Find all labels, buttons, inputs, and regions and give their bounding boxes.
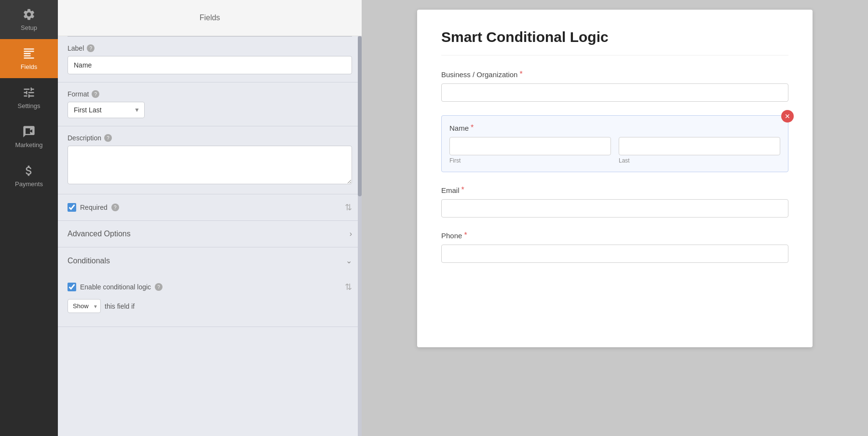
format-field-label: Format ? bbox=[68, 90, 352, 98]
sidebar-fields-label: Fields bbox=[21, 63, 38, 70]
advanced-options-section: Advanced Options › bbox=[58, 221, 362, 247]
advanced-options-chevron: › bbox=[350, 230, 352, 238]
sidebar-item-settings[interactable]: Settings bbox=[0, 78, 58, 117]
name-first-wrap: First bbox=[449, 137, 611, 164]
business-label: Business / Organization * bbox=[441, 70, 788, 79]
email-required-star: * bbox=[461, 186, 464, 194]
name-last-sublabel: Last bbox=[619, 157, 780, 164]
conditional-show-row: Show Hide ▼ this field if bbox=[68, 299, 352, 313]
fields-icon bbox=[22, 47, 36, 60]
phone-input[interactable] bbox=[441, 245, 788, 263]
description-field-label: Description ? bbox=[68, 134, 352, 142]
sidebar-setup-label: Setup bbox=[21, 24, 37, 31]
label-input[interactable] bbox=[68, 56, 352, 74]
conditionals-content: Enable conditional logic ? ⇅ Show Hide ▼… bbox=[58, 274, 362, 327]
required-row: Required ? ⇅ bbox=[68, 202, 352, 213]
required-sort-icon[interactable]: ⇅ bbox=[345, 202, 352, 213]
format-section: Format ? First Last Last First First Las… bbox=[58, 82, 362, 126]
required-section: Required ? ⇅ bbox=[58, 194, 362, 221]
business-required-star: * bbox=[519, 70, 522, 79]
advanced-options-header[interactable]: Advanced Options › bbox=[58, 221, 362, 247]
description-help-icon[interactable]: ? bbox=[104, 134, 112, 142]
conditionals-section: Conditionals ⌄ Enable conditional logic … bbox=[58, 247, 362, 327]
phone-required-star: * bbox=[464, 231, 467, 240]
required-checkbox[interactable] bbox=[68, 203, 76, 212]
name-delete-button[interactable]: ✕ bbox=[781, 110, 794, 123]
sidebar-item-setup[interactable]: Setup bbox=[0, 0, 58, 39]
name-label: Name * bbox=[449, 123, 780, 132]
enable-conditional-row: Enable conditional logic ? ⇅ bbox=[68, 282, 352, 292]
conditionals-chevron: ⌄ bbox=[346, 256, 352, 265]
format-help-icon[interactable]: ? bbox=[92, 90, 99, 98]
name-last-input[interactable] bbox=[619, 137, 780, 155]
sidebar-item-fields[interactable]: Fields bbox=[0, 39, 58, 78]
middle-scrollable[interactable]: Label ? Format ? First Last Last First F… bbox=[58, 36, 362, 436]
name-required-star: * bbox=[471, 123, 474, 132]
payments-icon bbox=[22, 164, 36, 177]
sidebar-item-payments[interactable]: Payments bbox=[0, 156, 58, 195]
description-textarea[interactable] bbox=[68, 146, 352, 184]
form-field-email: Email * bbox=[441, 186, 788, 218]
form-title: Smart Conditional Logic bbox=[441, 29, 788, 55]
business-input[interactable] bbox=[441, 83, 788, 102]
label-help-icon[interactable]: ? bbox=[87, 44, 95, 52]
enable-conditional-checkbox[interactable] bbox=[68, 283, 76, 291]
name-last-wrap: Last bbox=[619, 137, 780, 164]
enable-conditional-label: Enable conditional logic bbox=[80, 283, 151, 291]
sidebar-marketing-label: Marketing bbox=[15, 141, 42, 149]
scroll-indicator bbox=[358, 36, 362, 436]
required-label: Required bbox=[80, 204, 108, 211]
gear-icon bbox=[22, 8, 36, 21]
email-label: Email * bbox=[441, 186, 788, 194]
right-panel: Smart Conditional Logic Business / Organ… bbox=[362, 0, 868, 436]
phone-label: Phone * bbox=[441, 231, 788, 240]
scroll-thumb bbox=[358, 36, 362, 196]
label-field-label: Label ? bbox=[68, 44, 352, 52]
settings-icon bbox=[22, 86, 36, 99]
form-field-name: ✕ Name * First Last bbox=[441, 115, 788, 172]
required-help-icon[interactable]: ? bbox=[111, 204, 119, 211]
label-section: Label ? bbox=[58, 37, 362, 82]
middle-top-bar: Fields bbox=[58, 0, 362, 36]
enable-conditional-sort-icon[interactable]: ⇅ bbox=[345, 282, 352, 292]
name-first-sublabel: First bbox=[449, 157, 611, 164]
description-section: Description ? bbox=[58, 126, 362, 194]
format-select[interactable]: First Last Last First First Last bbox=[68, 102, 145, 118]
format-select-wrapper: First Last Last First First Last ▼ bbox=[68, 102, 145, 118]
sidebar: Setup Fields Settings Marketing Payments bbox=[0, 0, 58, 436]
conditionals-header[interactable]: Conditionals ⌄ bbox=[58, 247, 362, 274]
show-select-wrapper: Show Hide ▼ bbox=[68, 299, 101, 313]
form-card: Smart Conditional Logic Business / Organ… bbox=[417, 10, 813, 347]
conditional-text: this field if bbox=[105, 302, 135, 310]
name-first-input[interactable] bbox=[449, 137, 611, 155]
conditionals-title: Conditionals bbox=[68, 257, 110, 265]
marketing-icon bbox=[22, 125, 36, 138]
sidebar-item-marketing[interactable]: Marketing bbox=[0, 117, 58, 156]
show-select[interactable]: Show Hide bbox=[68, 299, 101, 313]
name-fields-container: First Last bbox=[449, 137, 780, 164]
enable-conditional-help-icon[interactable]: ? bbox=[155, 283, 163, 291]
middle-top-bar-title: Fields bbox=[200, 14, 220, 22]
bottom-spacer bbox=[58, 327, 362, 346]
advanced-options-title: Advanced Options bbox=[68, 230, 131, 238]
form-field-phone: Phone * bbox=[441, 231, 788, 263]
form-field-business: Business / Organization * bbox=[441, 70, 788, 102]
sidebar-settings-label: Settings bbox=[18, 102, 41, 109]
sidebar-payments-label: Payments bbox=[15, 180, 43, 188]
middle-panel: Fields Label ? Format ? First Last Last … bbox=[58, 0, 362, 436]
email-input[interactable] bbox=[441, 199, 788, 218]
